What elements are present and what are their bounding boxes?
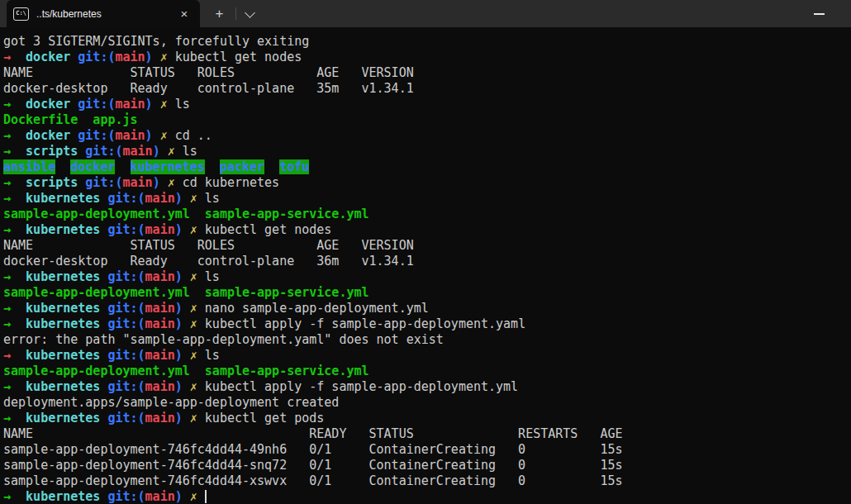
terminal-text-segment: main bbox=[115, 50, 145, 64]
terminal-text-segment: ✗ bbox=[160, 128, 175, 143]
terminal-text-segment: kubectl apply -f sample-app-deployment.y… bbox=[205, 379, 518, 394]
terminal-text-segment: ls bbox=[183, 144, 197, 159]
terminal-line: → scripts git:(main) ✗ ls bbox=[3, 144, 851, 159]
terminal-line: deployment.apps/sample-app-deployment cr… bbox=[3, 395, 851, 411]
terminal-line: docker-desktop Ready control-plane 35m v… bbox=[3, 81, 851, 97]
tab-dropdown-button[interactable] bbox=[239, 3, 260, 25]
tab-scripts-kubernetes[interactable]: C:\ ..ts/kubernetes × bbox=[7, 0, 200, 27]
terminal-line: NAME STATUS ROLES AGE VERSION bbox=[3, 238, 851, 254]
terminal-text-segment: git:( bbox=[107, 489, 145, 504]
terminal-text-segment: nano sample-app-deployment.yml bbox=[205, 301, 429, 316]
terminal-text-segment: kubernetes bbox=[26, 489, 107, 504]
terminal-text-segment: ) bbox=[145, 128, 160, 143]
terminal-text-segment: sample-app-deployment.yml sample-app-ser… bbox=[3, 364, 369, 378]
terminal-text-segment: → bbox=[3, 50, 26, 64]
terminal-text-segment: git:( bbox=[107, 316, 145, 331]
terminal-text-segment: git:( bbox=[85, 175, 122, 190]
new-tab-button[interactable]: + bbox=[207, 3, 231, 25]
terminal-text-segment: git:( bbox=[107, 348, 145, 363]
terminal-text-segment: main bbox=[145, 348, 175, 363]
close-tab-icon[interactable]: × bbox=[175, 5, 193, 23]
terminal-text-segment: NAME STATUS ROLES AGE VERSION bbox=[3, 238, 414, 253]
titlebar-drag-region[interactable]: C:\ ..ts/kubernetes × + bbox=[0, 0, 851, 27]
terminal-line: sample-app-deployment.yml sample-app-ser… bbox=[3, 285, 851, 301]
terminal-text-segment: ✗ bbox=[190, 489, 205, 504]
terminal-text-segment: kubernetes bbox=[26, 379, 107, 394]
terminal-text-segment: error: the path "sample-app-deployment.y… bbox=[3, 332, 444, 347]
terminal-text-segment: kubectl get pods bbox=[205, 411, 325, 426]
terminal-text-segment: → bbox=[3, 379, 26, 394]
terminal-text-segment: main bbox=[123, 144, 153, 159]
terminal-text-segment: ✗ bbox=[168, 144, 183, 159]
terminal-text-segment: kubernetes bbox=[26, 411, 107, 426]
terminal-text-segment: → bbox=[3, 269, 26, 284]
minimize-icon bbox=[814, 13, 825, 15]
terminal-text-segment: main bbox=[115, 97, 145, 112]
terminal-text-segment: Dockerfile app.js bbox=[3, 112, 138, 127]
terminal-text-segment: tofu bbox=[279, 159, 309, 174]
terminal-text-segment: sample-app-deployment.yml sample-app-ser… bbox=[3, 207, 369, 221]
terminal-text-segment: packer bbox=[220, 159, 264, 174]
terminal-text-segment: kubernetes bbox=[26, 301, 107, 316]
terminal-text-segment: cd kubernetes bbox=[183, 175, 279, 190]
text-cursor bbox=[205, 490, 207, 503]
terminal-text-segment: ✗ bbox=[190, 411, 205, 426]
terminal-screen[interactable]: got 3 SIGTERM/SIGINTs, forcefully exitin… bbox=[0, 27, 851, 504]
terminal-text-segment: ) bbox=[145, 50, 160, 64]
terminal-text-segment: ✗ bbox=[190, 191, 205, 206]
terminal-text-segment: ✗ bbox=[190, 348, 205, 363]
terminal-text-segment: → bbox=[3, 175, 26, 190]
terminal-line: sample-app-deployment-746fc4dd44-xswvx 0… bbox=[3, 473, 851, 489]
terminal-text-segment: ansible bbox=[3, 159, 55, 174]
terminal-text-segment: docker-desktop Ready control-plane 36m v… bbox=[3, 254, 414, 269]
command-prompt-icon: C:\ bbox=[13, 7, 29, 21]
terminal-text-segment: kubernetes bbox=[26, 269, 107, 284]
terminal-text-segment: ✗ bbox=[190, 316, 205, 331]
terminal-text-segment: docker bbox=[26, 128, 78, 143]
terminal-line: ansible docker kubernetes packer tofu bbox=[3, 159, 851, 175]
minimize-button[interactable] bbox=[798, 0, 839, 27]
terminal-text-segment: docker bbox=[26, 97, 78, 112]
terminal-text-segment: git:( bbox=[78, 97, 115, 112]
terminal-text-segment: git:( bbox=[78, 50, 115, 64]
terminal-line: → scripts git:(main) ✗ cd kubernetes bbox=[3, 175, 851, 191]
terminal-text-segment bbox=[264, 159, 279, 174]
terminal-text-segment: main bbox=[145, 222, 175, 237]
terminal-text-segment: ) bbox=[175, 411, 190, 426]
terminal-text-segment: → bbox=[3, 411, 26, 426]
terminal-text-segment: ) bbox=[145, 97, 160, 112]
terminal-text-segment: ✗ bbox=[168, 175, 183, 190]
terminal-text-segment: ) bbox=[175, 222, 190, 237]
terminal-text-segment: kubernetes bbox=[26, 191, 107, 206]
terminal-line: → kubernetes git:(main) ✗ kubectl apply … bbox=[3, 379, 851, 395]
terminal-line: docker-desktop Ready control-plane 36m v… bbox=[3, 254, 851, 269]
terminal-text-segment: ✗ bbox=[160, 97, 175, 112]
terminal-text-segment: kubectl apply -f sample-app-deployment.y… bbox=[205, 316, 525, 331]
terminal-text-segment: kubernetes bbox=[26, 222, 107, 237]
terminal-text-segment: ) bbox=[153, 144, 168, 159]
terminal-text-segment: NAME READY STATUS RESTARTS AGE bbox=[3, 426, 623, 441]
terminal-text-segment: git:( bbox=[107, 269, 145, 284]
terminal-line: → docker git:(main) ✗ ls bbox=[3, 97, 851, 112]
terminal-line: error: the path "sample-app-deployment.y… bbox=[3, 332, 851, 348]
terminal-text-segment: → bbox=[3, 191, 26, 206]
terminal-text-segment: docker bbox=[26, 50, 78, 64]
terminal-text-segment: scripts bbox=[26, 175, 85, 190]
terminal-text-segment: → bbox=[3, 348, 26, 363]
terminal-text-segment: sample-app-deployment-746fc4dd44-xswvx 0… bbox=[3, 473, 623, 488]
terminal-text-segment: ✗ bbox=[190, 379, 205, 394]
terminal-text-segment: → bbox=[3, 144, 26, 159]
terminal-text-segment: main bbox=[145, 316, 175, 331]
terminal-text-segment: ✗ bbox=[160, 50, 175, 64]
terminal-text-segment: ) bbox=[175, 301, 190, 316]
terminal-text-segment: main bbox=[145, 379, 175, 394]
terminal-text-segment: ) bbox=[153, 175, 168, 190]
terminal-line: sample-app-deployment-746fc4dd44-snq72 0… bbox=[3, 458, 851, 473]
terminal-text-segment: kubernetes bbox=[26, 348, 107, 363]
terminal-text-segment: sample-app-deployment-746fc4dd44-49nh6 0… bbox=[3, 442, 623, 457]
terminal-line: got 3 SIGTERM/SIGINTs, forcefully exitin… bbox=[3, 34, 851, 50]
terminal-text-segment: → bbox=[3, 97, 26, 112]
terminal-line: → docker git:(main) ✗ kubectl get nodes bbox=[3, 50, 851, 65]
terminal-text-segment: NAME STATUS ROLES AGE VERSION bbox=[3, 65, 414, 80]
terminal-text-segment: git:( bbox=[107, 222, 145, 237]
